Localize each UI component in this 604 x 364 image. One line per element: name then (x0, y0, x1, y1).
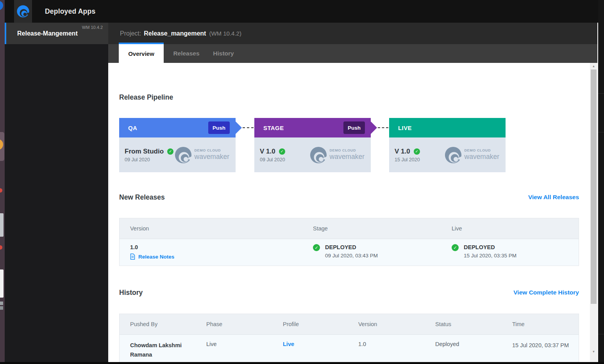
stage-card-body: V 1.0 ✓ 09 Jul 2020 DEMO CLOUD wavemaker (254, 137, 371, 172)
sidebar-item-project[interactable]: WM 10.4.2 Release-Mangement (5, 23, 108, 44)
live-status-time: 15 Jul 2020, 03:35 PM (464, 253, 516, 259)
cloud-logo: DEMO CLOUD wavemaker (309, 146, 365, 164)
table-row: Chowdam Lakshmi Ramana Live Live 1.0 Dep… (120, 335, 579, 362)
scroll-up-icon[interactable]: ▲ (590, 64, 597, 68)
success-check-icon: ✓ (279, 148, 285, 155)
window-bottom-edge (0, 362, 604, 364)
deploy-date: 09 Jul 2020 (260, 157, 285, 162)
pipeline-connector (378, 127, 388, 128)
cloud-logo: DEMO CLOUD wavemaker (174, 146, 230, 164)
cloud-logo-line1: DEMO CLOUD (465, 149, 499, 153)
release-version: 1.0 (130, 244, 313, 250)
stage-name-label: LIVE (398, 125, 412, 131)
column-header-time: Time (512, 321, 579, 327)
deploy-date: 15 Jul 2020 (395, 157, 420, 162)
tab-bar: Overview Releases History (108, 44, 597, 63)
stage-name-label: QA (128, 125, 137, 131)
cloud-logo-line2: wavemaker (330, 153, 365, 161)
project-header: Project: Release_mangement (WM 10.4.2) (108, 23, 597, 44)
column-header-stage: Stage (313, 225, 452, 232)
live-card-header: LIVE (389, 118, 506, 137)
release-notes-link[interactable]: Release Notes (130, 253, 313, 260)
deploy-date: 09 Jul 2020 (125, 157, 173, 162)
column-header-version: Version (120, 225, 313, 232)
tab-history[interactable]: History (202, 44, 245, 63)
app-icon (0, 139, 3, 150)
history-table: Pushed By Phase Profile Version Status T… (119, 314, 579, 362)
launcher-app-icon[interactable] (0, 269, 4, 298)
column-header-profile: Profile (283, 321, 358, 327)
stage-status-time: 09 Jul 2020, 03:43 PM (325, 253, 378, 259)
stage-arrow-icon (236, 121, 242, 134)
stage-status: DEPLOYED (325, 244, 378, 250)
stage-name-label: STAGE (263, 125, 284, 131)
stage-arrow-icon (371, 121, 377, 134)
new-releases-title: New Releases (119, 193, 165, 202)
pipeline-connector (243, 127, 254, 128)
history-title: History (119, 289, 143, 297)
scroll-down-icon[interactable]: ▼ (590, 350, 597, 353)
screen: Deployed Apps WM 10.4.2 Release-Mangemen… (0, 0, 604, 364)
release-notes-label: Release Notes (138, 254, 174, 260)
qa-card-header: QA Push (119, 118, 236, 137)
cloud-logo-line1: DEMO CLOUD (195, 149, 229, 153)
deployed-version-label: V 1.0 (260, 148, 275, 155)
pipeline-card-stage: STAGE Push V 1.0 ✓ 09 Jul 2020 DEMO CLOU… (254, 118, 371, 172)
document-icon (130, 253, 135, 260)
push-button-qa[interactable]: Push (208, 121, 230, 134)
sidebar: WM 10.4.2 Release-Mangement (5, 23, 108, 364)
new-releases-table: Version Stage Live 1.0 Release Notes (119, 218, 579, 266)
live-status: DEPLOYED (464, 244, 516, 250)
column-header-status: Status (435, 321, 512, 327)
column-header-pushed-by: Pushed By (120, 321, 206, 327)
launcher-app-icon[interactable] (0, 1, 3, 10)
notification-dot-icon (0, 245, 2, 250)
release-pipeline-title: Release Pipeline (119, 93, 173, 102)
launcher-active-app-icon[interactable] (0, 132, 4, 161)
project-name: Release-Mangement (17, 30, 78, 37)
cloud-logo-line2: wavemaker (465, 153, 499, 161)
stage-card-header: STAGE Push (254, 118, 371, 137)
cloud-logo-line2: wavemaker (195, 153, 229, 161)
view-complete-history-link[interactable]: View Complete History (513, 289, 579, 296)
launcher-app-icon[interactable] (0, 306, 3, 310)
project-header-name: Release_mangement (144, 30, 206, 37)
page-title: Deployed Apps (45, 0, 95, 23)
view-all-releases-link[interactable]: View All Releases (528, 194, 579, 201)
pipeline-card-live: LIVE V 1.0 ✓ 15 Jul 2020 DEMO CLOUD wave… (389, 118, 506, 172)
time-value: 15 Jul 2020, 03:37 PM (512, 341, 579, 360)
success-check-icon: ✓ (414, 148, 420, 155)
wavemaker-logo-icon (16, 5, 30, 18)
tab-releases[interactable]: Releases (165, 44, 208, 63)
wavemaker-logo-icon (174, 146, 192, 164)
os-launcher-strip (0, 0, 5, 364)
phase-value: Live (206, 341, 283, 360)
pushed-by-value: Chowdam Lakshmi Ramana (120, 341, 206, 360)
wavemaker-logo-icon (309, 146, 327, 164)
notification-dot-icon (0, 188, 2, 193)
success-check-icon: ✓ (313, 244, 320, 251)
tab-overview[interactable]: Overview (119, 43, 164, 63)
table-row: 1.0 Release Notes ✓ DEPLOYE (120, 239, 579, 266)
success-check-icon: ✓ (167, 148, 173, 155)
main-content: Release Pipeline QA Push From Studio ✓ 0… (108, 63, 590, 362)
project-label: Project: (120, 30, 141, 37)
column-header-live: Live (452, 225, 579, 232)
project-wm-version: WM 10.4.2 (82, 25, 103, 30)
wavemaker-logo-icon (444, 146, 462, 164)
live-card-body: V 1.0 ✓ 15 Jul 2020 DEMO CLOUD wavemaker (389, 137, 506, 172)
scrollbar-thumb[interactable] (591, 70, 597, 304)
column-header-phase: Phase (206, 321, 283, 327)
deployed-version-label: From Studio (125, 148, 164, 155)
launcher-app-icon[interactable] (0, 302, 3, 305)
new-releases-table-header: Version Stage Live (120, 218, 579, 239)
history-table-header: Pushed By Phase Profile Version Status T… (120, 314, 579, 335)
home-button[interactable] (14, 0, 32, 23)
launcher-app-icon[interactable] (0, 213, 4, 237)
vertical-scrollbar[interactable]: ▲ ▼ (590, 63, 597, 362)
background-window-strip (598, 0, 604, 364)
cloud-logo-line1: DEMO CLOUD (330, 149, 365, 153)
qa-card-body: From Studio ✓ 09 Jul 2020 DEMO CLOUD wav… (119, 137, 236, 172)
profile-link[interactable]: Live (283, 341, 358, 360)
push-button-stage[interactable]: Push (343, 121, 365, 134)
